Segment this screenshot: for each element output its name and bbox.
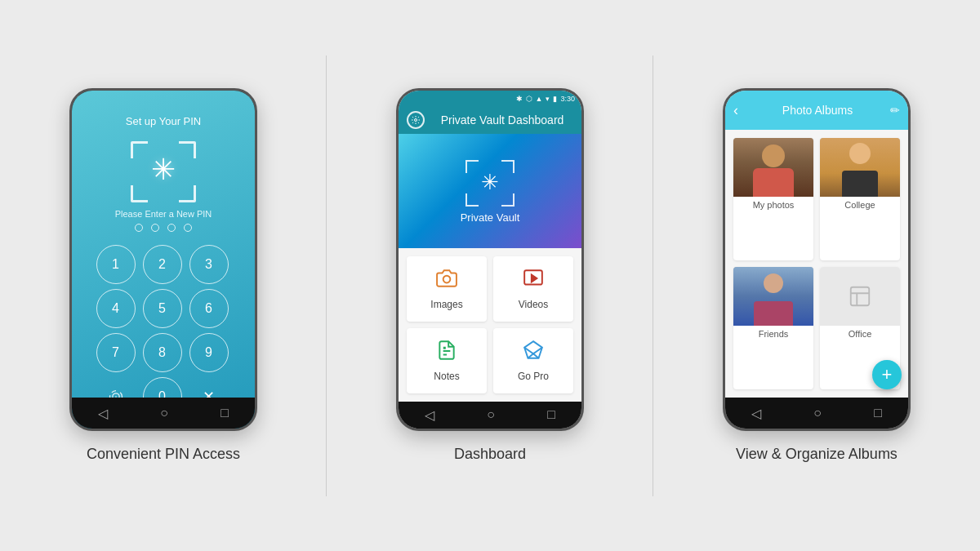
main-container: Set up Your PIN ✳ Please Enter a New PIN… bbox=[0, 0, 980, 551]
time-display: 3:30 bbox=[560, 95, 575, 103]
albums-caption: View & Organize Albums bbox=[736, 446, 898, 463]
wifi-icon: ▾ bbox=[546, 95, 550, 103]
videos-card[interactable]: Videos bbox=[493, 256, 573, 322]
images-label: Images bbox=[430, 299, 462, 310]
album-label-office: Office bbox=[849, 326, 872, 342]
note-icon bbox=[436, 340, 457, 366]
pin-key-4[interactable]: 4 bbox=[96, 289, 136, 328]
vault-icon-area: ✳ bbox=[466, 158, 514, 207]
battery-icon: ▮ bbox=[553, 95, 557, 103]
vault-label: Private Vault bbox=[461, 211, 520, 224]
pin-phone-frame: Set up Your PIN ✳ Please Enter a New PIN… bbox=[69, 88, 257, 431]
notes-card[interactable]: Notes bbox=[407, 328, 487, 393]
dash-home-icon[interactable]: ○ bbox=[487, 407, 495, 422]
diamond-icon bbox=[523, 340, 544, 366]
album-thumb-friends bbox=[733, 267, 813, 326]
pin-dots bbox=[135, 224, 192, 232]
album-back-icon[interactable]: ◁ bbox=[751, 406, 761, 421]
pin-key-5[interactable]: 5 bbox=[143, 289, 182, 328]
album-recents-icon[interactable]: □ bbox=[874, 406, 882, 420]
status-bar: ✱ ⬡ ▲ ▾ ▮ 3:30 bbox=[399, 91, 581, 106]
videos-label: Videos bbox=[519, 299, 548, 310]
svg-marker-3 bbox=[532, 274, 537, 282]
dashboard-screen: ✱ ⬡ ▲ ▾ ▮ 3:30 Private Vault Dashboard bbox=[399, 91, 581, 429]
gopro-card[interactable]: Go Pro bbox=[493, 328, 573, 393]
home-nav-icon[interactable]: ○ bbox=[160, 406, 168, 420]
pin-key-7[interactable]: 7 bbox=[96, 333, 136, 372]
dashboard-phone-frame: ✱ ⬡ ▲ ▾ ▮ 3:30 Private Vault Dashboard bbox=[396, 88, 584, 431]
person-image-2 bbox=[820, 138, 900, 197]
person-image-1 bbox=[733, 138, 813, 197]
person-image-3 bbox=[733, 267, 813, 326]
pin-key-3[interactable]: 3 bbox=[189, 245, 229, 284]
svg-point-1 bbox=[443, 275, 451, 282]
dashboard-header: Private Vault Dashboard bbox=[399, 106, 581, 133]
pin-section: Set up Your PIN ✳ Please Enter a New PIN… bbox=[0, 0, 327, 551]
album-home-icon[interactable]: ○ bbox=[813, 406, 822, 420]
pin-subtitle: Please Enter a New PIN bbox=[115, 209, 212, 219]
dashboard-caption: Dashboard bbox=[454, 446, 526, 463]
pin-header-title: Set up Your PIN bbox=[126, 91, 202, 127]
album-grid: My photos College Friends bbox=[725, 130, 908, 398]
album-screen: ‹ Photo Albums ✏ My photos bbox=[725, 91, 908, 429]
pin-key-1[interactable]: 1 bbox=[96, 245, 136, 284]
album-thumb-office bbox=[820, 267, 900, 326]
album-label-college: College bbox=[844, 197, 875, 213]
back-button[interactable]: ‹ bbox=[733, 102, 738, 119]
images-card[interactable]: Images bbox=[407, 256, 487, 322]
back-nav-icon[interactable]: ◁ bbox=[98, 406, 108, 421]
dashboard-title: Private Vault Dashboard bbox=[431, 113, 573, 127]
dashboard-section: ✱ ⬡ ▲ ▾ ▮ 3:30 Private Vault Dashboard bbox=[327, 0, 653, 551]
albums-phone-frame: ‹ Photo Albums ✏ My photos bbox=[723, 88, 911, 431]
pin-dot-1 bbox=[135, 224, 143, 232]
album-item-college[interactable]: College bbox=[820, 138, 900, 260]
status-icons: ✱ bbox=[516, 95, 523, 103]
pin-key-9[interactable]: 9 bbox=[189, 333, 229, 372]
pin-keypad: 1 2 3 4 5 6 7 8 9 bbox=[96, 245, 231, 416]
dash-recents-icon[interactable]: □ bbox=[547, 407, 555, 422]
pin-icon-area: ✳ bbox=[131, 137, 196, 202]
pin-caption: Convenient PIN Access bbox=[87, 446, 240, 463]
album-thumb-myphotos bbox=[733, 138, 813, 197]
dash-back-icon[interactable]: ◁ bbox=[425, 407, 434, 423]
notes-label: Notes bbox=[434, 371, 459, 382]
pin-bracket-bottom bbox=[131, 145, 196, 202]
add-album-fab[interactable]: + bbox=[872, 360, 902, 389]
albums-section: ‹ Photo Albums ✏ My photos bbox=[653, 0, 980, 551]
album-label-friends: Friends bbox=[759, 326, 789, 342]
pin-key-2[interactable]: 2 bbox=[143, 245, 182, 284]
svg-point-0 bbox=[415, 118, 417, 121]
dashboard-nav-bar: ◁ ○ □ bbox=[399, 402, 581, 429]
pin-dot-4 bbox=[184, 224, 192, 232]
bluetooth-icon: ⬡ bbox=[526, 95, 532, 103]
pin-screen: Set up Your PIN ✳ Please Enter a New PIN… bbox=[72, 91, 255, 429]
dashboard-grid: Images Videos bbox=[399, 248, 581, 402]
svg-rect-9 bbox=[851, 287, 870, 306]
signal-icon: ▲ bbox=[536, 95, 543, 103]
edit-icon[interactable]: ✏ bbox=[890, 104, 900, 117]
settings-icon[interactable] bbox=[407, 111, 425, 129]
album-item-myphotos[interactable]: My photos bbox=[733, 138, 813, 260]
pin-dot-2 bbox=[151, 224, 159, 232]
gopro-label: Go Pro bbox=[518, 371, 549, 382]
album-header-title: Photo Albums bbox=[745, 104, 890, 117]
play-icon bbox=[523, 268, 544, 294]
camera-icon bbox=[436, 268, 457, 294]
pin-key-8[interactable]: 8 bbox=[143, 333, 182, 372]
pin-nav-bar: ◁ ○ □ bbox=[72, 398, 255, 429]
album-nav-bar: ◁ ○ □ bbox=[725, 398, 908, 429]
pin-dot-3 bbox=[167, 224, 176, 232]
album-item-friends[interactable]: Friends bbox=[733, 267, 813, 389]
recents-nav-icon[interactable]: □ bbox=[220, 406, 229, 420]
pin-key-6[interactable]: 6 bbox=[189, 289, 229, 328]
vault-bracket-bottom bbox=[466, 162, 514, 207]
album-thumb-college bbox=[820, 138, 900, 197]
album-label-myphotos: My photos bbox=[753, 197, 795, 213]
dashboard-banner: ✳ Private Vault bbox=[399, 134, 581, 248]
album-header: ‹ Photo Albums ✏ bbox=[725, 91, 908, 130]
